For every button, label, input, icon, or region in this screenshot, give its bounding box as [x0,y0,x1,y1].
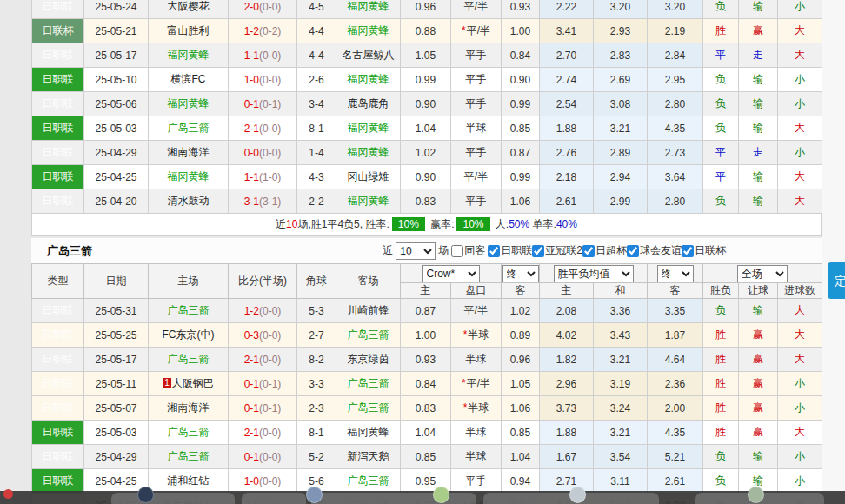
league-filter-checkbox[interactable] [532,245,544,257]
team-name-link[interactable]: 名古屋鲸八 [343,49,395,61]
home-team[interactable]: 横滨FC [149,68,229,92]
home-team[interactable]: 浦和红钻 [149,469,229,494]
away-team[interactable]: 福冈黄蜂 [336,116,401,141]
taskbar-app-button[interactable] [111,493,235,504]
league-filter-checkbox[interactable] [627,245,639,257]
final-odds-select-1[interactable]: 终 [502,265,539,282]
home-team[interactable]: 大阪樱花 [149,0,229,19]
team-name-link[interactable]: 川崎前锋 [348,304,389,316]
team-name-link[interactable]: 广岛三箭 [348,474,389,487]
app-icon[interactable] [137,487,154,503]
away-team[interactable]: 福冈黄蜂 [336,19,401,43]
home-team[interactable]: 湘南海洋 [149,396,229,421]
home-team[interactable]: 湘南海洋 [149,141,229,165]
league-type-badge[interactable]: 日职联 [32,189,84,214]
league-filter-checkbox-label[interactable]: 球会友谊 [627,243,682,258]
away-team[interactable]: 名古屋鲸八 [336,43,401,68]
same-away-checkbox-label[interactable]: 同客 [451,243,485,258]
away-team[interactable]: 广岛三箭 [336,396,401,421]
team-name-link[interactable]: 福冈黄蜂 [348,73,389,85]
match-count-select[interactable]: 10 [396,242,436,260]
team-name-link[interactable]: 广岛三箭 [168,122,210,134]
team-name-link[interactable]: 福冈黄蜂 [168,49,210,61]
league-filter-checkbox[interactable] [582,245,595,257]
team-name-link[interactable]: 浦和红钻 [168,474,210,487]
app-icon[interactable] [748,487,764,503]
taskbar-app-button[interactable] [311,493,476,504]
team-name-link[interactable]: 福冈黄蜂 [348,122,389,134]
league-filter-checkbox-label[interactable]: 日职联 [488,243,532,258]
team-name-link[interactable]: 鹿岛鹿角 [348,97,389,109]
team-name-link[interactable]: 福冈黄蜂 [348,426,389,438]
team-name-link[interactable]: 湘南海洋 [168,146,210,158]
same-away-checkbox[interactable] [451,245,463,257]
team-name-link[interactable]: 广岛三箭 [168,304,210,316]
away-team[interactable]: 广岛三箭 [336,372,401,396]
team-name-link[interactable]: 清水鼓动 [168,195,210,207]
team-name-link[interactable]: 福冈黄蜂 [168,97,210,109]
away-team[interactable]: 新泻天鹅 [336,445,401,469]
taskbar[interactable] [0,491,845,504]
league-filter-checkbox[interactable] [682,245,694,257]
league-type-badge[interactable]: 日职联 [32,43,84,68]
league-type-badge[interactable]: 日职联 [32,92,84,116]
team-name-link[interactable]: 新泻天鹅 [348,450,389,462]
side-panel-button[interactable]: 定 [828,262,845,299]
league-type-badge[interactable]: 日职联 [32,165,84,189]
away-team[interactable]: 广岛三箭 [336,323,401,348]
team-name-link[interactable]: 大阪樱花 [168,0,210,12]
home-team[interactable]: 富山胜利 [149,19,229,43]
league-type-badge[interactable]: 日职联 [32,68,84,92]
team-name-link[interactable]: 东京绿茵 [348,353,389,365]
home-team[interactable]: FC东京(中) [149,323,229,348]
league-type-badge[interactable]: 日职联 [32,372,84,396]
team-name-link[interactable]: 广岛三箭 [168,450,210,462]
league-type-badge[interactable]: 日职联 [32,323,84,348]
final-odds-select-2[interactable]: 终 [657,265,694,282]
league-type-badge[interactable]: 日职联 [32,299,84,323]
team-name-link[interactable]: 福冈黄蜂 [348,0,389,12]
team-name-link[interactable]: 广岛三箭 [348,401,389,414]
match-scope-select[interactable]: 全场 [737,265,788,282]
league-type-badge[interactable]: 日职联 [32,116,84,141]
home-team[interactable]: 广岛三箭 [149,299,229,323]
home-team[interactable]: 广岛三箭 [149,116,229,141]
league-type-badge[interactable]: 日职联 [32,469,84,494]
team-name-link[interactable]: 广岛三箭 [168,353,210,365]
home-team[interactable]: 广岛三箭 [149,348,229,372]
team-name-link[interactable]: 广岛三箭 [168,426,210,438]
app-icon[interactable] [306,487,323,503]
app-icon[interactable] [433,487,449,503]
team-name-link[interactable]: 福冈黄蜂 [168,170,210,182]
team-name-link[interactable]: FC东京(中) [163,328,215,341]
away-team[interactable]: 福冈黄蜂 [336,0,401,19]
away-team[interactable]: 福冈黄蜂 [336,189,401,214]
league-filter-checkbox[interactable] [488,245,500,257]
away-team[interactable]: 广岛三箭 [336,469,401,494]
away-team[interactable]: 东京绿茵 [336,348,401,372]
team-name-link[interactable]: 富山胜利 [168,24,210,36]
league-type-badge[interactable]: 日职联 [32,0,84,19]
away-team[interactable]: 福冈黄蜂 [336,141,401,165]
home-team[interactable]: 广岛三箭 [149,445,229,469]
odds-source-select[interactable]: Crow* [422,265,480,282]
league-type-badge[interactable]: 日职联 [32,348,84,372]
league-type-badge[interactable]: 日职联 [32,396,84,421]
app-icon[interactable] [569,487,586,503]
league-type-badge[interactable]: 日联杯 [32,19,84,43]
team-name-link[interactable]: 大阪钢巴 [172,377,214,389]
team-name-link[interactable]: 冈山绿雉 [348,170,389,182]
away-team[interactable]: 冈山绿雉 [336,165,401,189]
taskbar-app-button[interactable] [242,493,306,504]
team-name-link[interactable]: 横滨FC [171,73,206,85]
away-team[interactable]: 福冈黄蜂 [336,421,401,445]
home-team[interactable]: 福冈黄蜂 [149,165,229,189]
avg-odds-select[interactable]: 胜平负均值 [554,265,634,282]
team-name-link[interactable]: 广岛三箭 [348,377,389,389]
team-name-link[interactable]: 福冈黄蜂 [348,24,389,36]
league-filter-checkbox-label[interactable]: 日超杯 [582,243,627,258]
league-type-badge[interactable]: 日职联 [32,141,84,165]
home-team[interactable]: 广岛三箭 [149,421,229,445]
away-team[interactable]: 福冈黄蜂 [336,68,401,92]
team-name-link[interactable]: 湘南海洋 [168,401,210,414]
